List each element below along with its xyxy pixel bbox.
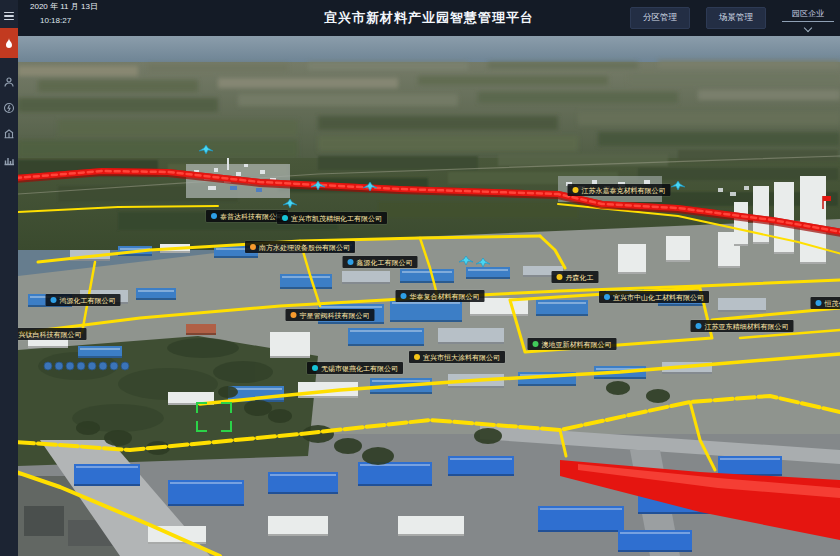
- toolbar-item-statistics[interactable]: [0, 148, 18, 172]
- toolbar-item-personnel[interactable]: [0, 70, 18, 94]
- company-marker-icon: [51, 297, 57, 303]
- map-3d-view[interactable]: 泰普达科技有限公司宜兴市凯茂精细化工有限公司南方水处理设备股份有限公司鑫源化工有…: [18, 36, 840, 556]
- company-label-text: 江苏亚东精细材料有限公司: [705, 323, 789, 330]
- company-label-text: 华泰复合材料有限公司: [410, 293, 480, 300]
- bird-sensor-marker-icon[interactable]: [458, 252, 474, 270]
- current-time: 10:18:27: [40, 17, 98, 25]
- company-marker-icon: [250, 244, 256, 250]
- toolbar-item-enterprise[interactable]: [0, 122, 18, 146]
- map-company-label[interactable]: 宜兴市凯茂精细化工有限公司: [277, 212, 387, 224]
- header-bar: 2020 年 11 月 13日 10:18:27 宜兴市新材料产业园智慧管理平台…: [18, 0, 840, 36]
- map-company-label[interactable]: 宜兴市恒大涂料有限公司: [409, 351, 505, 363]
- map-company-label[interactable]: 恒茂化工有限公司: [811, 297, 840, 309]
- company-label-text: 鑫源化工有限公司: [357, 259, 413, 266]
- dropdown-divider: [782, 21, 834, 22]
- park-enterprise-dropdown[interactable]: 园区企业: [782, 6, 834, 31]
- map-company-label[interactable]: 宜兴钛白科技有限公司: [18, 328, 87, 340]
- gauge-icon: [3, 102, 15, 114]
- company-label-text: 南方水处理设备股份有限公司: [259, 244, 350, 251]
- company-marker-icon: [312, 365, 318, 371]
- company-marker-icon: [348, 259, 354, 265]
- bank-building-icon: [3, 128, 15, 140]
- company-label-text: 宜兴市恒大涂料有限公司: [423, 354, 500, 361]
- toolbar-item-fire-monitor[interactable]: [0, 28, 18, 58]
- company-marker-icon: [401, 293, 407, 299]
- bird-sensor-marker-icon[interactable]: [198, 141, 214, 159]
- datetime-block: 2020 年 11 月 13日 10:18:27: [30, 3, 98, 25]
- company-marker-icon: [557, 274, 563, 280]
- company-marker-icon: [291, 312, 297, 318]
- menu-button[interactable]: [0, 4, 18, 28]
- bird-sensor-marker-icon[interactable]: [362, 178, 378, 196]
- company-label-text: 恒茂化工有限公司: [825, 300, 840, 307]
- company-label-text: 宜兴市中山化工材料有限公司: [613, 294, 704, 301]
- company-label-text: 宇星管阀科技有限公司: [300, 312, 370, 319]
- map-company-label[interactable]: 宇星管阀科技有限公司: [286, 309, 375, 321]
- map-company-label[interactable]: 澳地亚新材料有限公司: [528, 338, 617, 350]
- zone-management-button[interactable]: 分区管理: [630, 7, 690, 29]
- company-label-text: 澳地亚新材料有限公司: [542, 341, 612, 348]
- map-company-label[interactable]: 鑫源化工有限公司: [343, 256, 418, 268]
- map-company-label[interactable]: 无锡市银燕化工有限公司: [307, 362, 403, 374]
- current-date: 2020 年 11 月 13日: [30, 2, 98, 11]
- selection-target-icon[interactable]: [196, 402, 232, 432]
- company-marker-icon: [573, 187, 579, 193]
- company-label-text: 无锡市银燕化工有限公司: [321, 365, 398, 372]
- map-company-label[interactable]: 南方水处理设备股份有限公司: [245, 241, 355, 253]
- bird-sensor-marker-icon[interactable]: [475, 254, 491, 272]
- dropdown-label: 园区企业: [792, 6, 824, 21]
- company-label-text: 鸿源化工有限公司: [60, 297, 116, 304]
- map-company-label[interactable]: 华泰复合材料有限公司: [396, 290, 485, 302]
- left-toolbar: [0, 0, 18, 556]
- company-label-text: 宜兴钛白科技有限公司: [18, 331, 82, 338]
- company-label-text: 丹森化工: [566, 274, 594, 281]
- company-marker-icon: [533, 341, 539, 347]
- header-actions: 分区管理 场景管理 园区企业: [630, 0, 834, 36]
- factory-chart-icon: [3, 154, 15, 166]
- map-company-label[interactable]: 宜兴市中山化工材料有限公司: [599, 291, 709, 303]
- flame-icon: [3, 37, 15, 49]
- chevron-down-icon: [804, 23, 812, 31]
- company-marker-icon: [816, 300, 822, 306]
- map-company-label[interactable]: 江苏亚东精细材料有限公司: [691, 320, 794, 332]
- smart-park-platform: 2020 年 11 月 13日 10:18:27 宜兴市新材料产业园智慧管理平台…: [0, 0, 840, 556]
- company-marker-icon: [211, 213, 217, 219]
- map-company-label[interactable]: 丹森化工: [552, 271, 599, 283]
- bird-sensor-marker-icon[interactable]: [310, 177, 326, 195]
- bird-sensor-marker-icon[interactable]: [670, 177, 686, 195]
- hamburger-icon: [4, 12, 14, 21]
- company-marker-icon: [414, 354, 420, 360]
- person-icon: [3, 76, 15, 88]
- map-company-label[interactable]: 鸿源化工有限公司: [46, 294, 121, 306]
- company-label-text: 江苏永嘉泰克材料有限公司: [582, 187, 666, 194]
- company-marker-icon: [282, 215, 288, 221]
- scene-management-button[interactable]: 场景管理: [706, 7, 766, 29]
- company-marker-icon: [696, 323, 702, 329]
- map-company-label[interactable]: 江苏永嘉泰克材料有限公司: [568, 184, 671, 196]
- company-marker-icon: [604, 294, 610, 300]
- toolbar-item-energy[interactable]: [0, 96, 18, 120]
- map-company-label[interactable]: 泰普达科技有限公司: [206, 210, 288, 222]
- company-label-text: 宜兴市凯茂精细化工有限公司: [291, 215, 382, 222]
- company-label-text: 泰普达科技有限公司: [220, 213, 283, 220]
